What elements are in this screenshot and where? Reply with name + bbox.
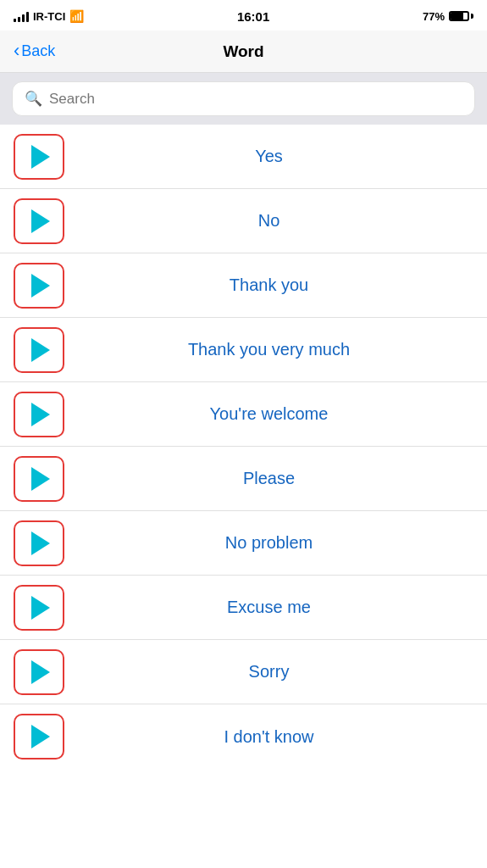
- list-item: No problem: [0, 511, 487, 576]
- play-icon: [31, 531, 50, 555]
- play-button[interactable]: [14, 134, 64, 180]
- play-icon: [31, 338, 50, 362]
- word-label: Excuse me: [64, 598, 473, 617]
- status-bar: IR-TCI 📶 16:01 77%: [0, 0, 487, 31]
- carrier-label: IR-TCI: [33, 10, 65, 23]
- word-label: I don't know: [64, 727, 473, 747]
- play-button[interactable]: [14, 263, 64, 309]
- list-item: Thank you: [0, 253, 487, 318]
- battery-percent: 77%: [423, 10, 445, 23]
- list-item: Excuse me: [0, 576, 487, 640]
- signal-icon: [14, 10, 29, 22]
- word-label: No problem: [64, 533, 473, 553]
- search-bar: 🔍: [12, 81, 475, 116]
- play-button[interactable]: [14, 456, 64, 502]
- word-label: Sorry: [64, 662, 473, 682]
- play-icon: [31, 403, 50, 426]
- play-button[interactable]: [14, 649, 64, 695]
- play-icon: [31, 145, 50, 169]
- word-list: YesNoThank youThank you very muchYou're …: [0, 125, 487, 769]
- list-item: Yes: [0, 125, 487, 189]
- list-item: Please: [0, 447, 487, 511]
- word-label: Thank you: [64, 275, 473, 295]
- word-label: Yes: [64, 147, 473, 166]
- play-icon: [31, 209, 50, 233]
- play-button[interactable]: [14, 585, 64, 631]
- play-button[interactable]: [14, 327, 64, 373]
- list-item: I don't know: [0, 704, 487, 769]
- list-item: Sorry: [0, 640, 487, 704]
- back-chevron-icon: ‹: [14, 42, 19, 60]
- status-right: 77%: [423, 10, 473, 23]
- play-icon: [31, 596, 50, 620]
- play-button[interactable]: [14, 198, 64, 244]
- list-item: No: [0, 189, 487, 253]
- play-icon: [31, 274, 50, 298]
- nav-bar: ‹ Back Word: [0, 31, 487, 73]
- page-title: Word: [223, 42, 263, 61]
- play-icon: [31, 660, 50, 684]
- list-item: Thank you very much: [0, 318, 487, 382]
- play-icon: [31, 725, 50, 748]
- search-icon: 🔍: [25, 90, 42, 108]
- play-button[interactable]: [14, 714, 64, 760]
- wifi-icon: 📶: [69, 9, 84, 23]
- play-button[interactable]: [14, 520, 64, 566]
- word-label: Thank you very much: [64, 340, 473, 359]
- word-label: No: [64, 211, 473, 231]
- list-item: You're welcome: [0, 382, 487, 447]
- status-left: IR-TCI 📶: [14, 9, 84, 23]
- play-icon: [31, 467, 50, 491]
- play-button[interactable]: [14, 392, 64, 437]
- word-label: You're welcome: [64, 404, 473, 424]
- status-time: 16:01: [237, 9, 269, 24]
- search-input[interactable]: [49, 91, 462, 108]
- back-button[interactable]: ‹ Back: [14, 42, 55, 60]
- back-label: Back: [21, 42, 55, 60]
- search-container: 🔍: [0, 73, 487, 125]
- word-label: Please: [64, 469, 473, 488]
- battery-icon: [449, 11, 473, 21]
